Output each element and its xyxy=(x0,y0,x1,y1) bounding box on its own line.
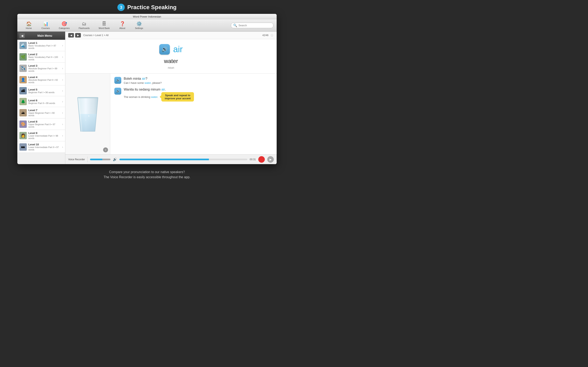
nav-items: 🏠 Home 📊 Courses 🎯 Categories 🗂 Flashcar… xyxy=(21,20,231,30)
speaker-small-icon-2: 🔊 xyxy=(116,90,120,93)
settings-icon: ⚙️ xyxy=(136,21,142,26)
sidebar-item-level9[interactable]: 👩 Level 9 Lower Intermediate Part I • 98… xyxy=(17,130,65,141)
sidebar-list: 🌊 Level 1 Basic Vocabulary Part I • 87 w… xyxy=(17,40,65,164)
flashcards-icon: 🗂 xyxy=(82,21,86,26)
sidebar-item-level2[interactable]: 🌿 Level 2 Basic Vocabulary Part II • 100… xyxy=(17,51,65,63)
glass-image xyxy=(70,95,105,133)
page-title: Practice Speaking xyxy=(127,4,176,11)
footer-line1: Compare your pronunciation to our native… xyxy=(0,169,294,175)
top-header: 3 Practice Speaking xyxy=(0,0,294,14)
sidebar-item-level1[interactable]: 🌊 Level 1 Basic Vocabulary Part I • 87 w… xyxy=(17,40,65,51)
chevron-right-icon: › xyxy=(62,123,63,126)
waveform-right xyxy=(120,159,247,160)
chevron-right-icon: › xyxy=(62,55,63,58)
card-count: 42/46 xyxy=(262,34,268,37)
sentences-panel: 🔊 Boleh minta air? Can I have some water… xyxy=(110,74,277,154)
sentence2-speaker-button[interactable]: 🔊 xyxy=(114,88,121,95)
level4-thumb: 👤 xyxy=(19,76,27,83)
chevron-right-icon: › xyxy=(62,100,63,103)
sidebar-item-level7[interactable]: ⛰ Level 7 Upper Beginner Part I • 90 wor… xyxy=(17,107,65,118)
sentence1-speaker-button[interactable]: 🔊 xyxy=(114,77,121,84)
courses-icon: 📊 xyxy=(43,21,48,26)
chevron-right-icon: › xyxy=(62,134,63,137)
nav-categories[interactable]: 🎯 Categories xyxy=(54,20,74,30)
chevron-right-icon: › xyxy=(62,89,63,92)
level3-thumb: ✈️ xyxy=(19,65,27,72)
tooltip-speak-repeat: Speak and repeat to improve your accent xyxy=(161,92,194,101)
play-button[interactable]: ▶ xyxy=(267,156,274,163)
chevron-right-icon: › xyxy=(62,78,63,81)
search-box[interactable]: 🔍 xyxy=(231,23,273,28)
word-english: water xyxy=(164,58,178,64)
panel-header: ◀ ▶ Courses > Level 1 > All 42/46 ☆ xyxy=(65,32,277,39)
title-bar: Word Power Indonesian xyxy=(17,14,277,19)
example-area: + 🔊 Boleh minta air? Can I ha xyxy=(65,74,277,154)
favorite-button[interactable]: ☆ xyxy=(270,33,274,38)
image-box: + xyxy=(65,74,110,154)
time-label: 00:31 xyxy=(250,158,256,161)
back-button[interactable]: ◀ xyxy=(19,33,25,38)
recorder-bar: Voice Recorder 🔊 00:31 ▶ xyxy=(65,154,277,164)
sidebar-header: ◀ Main Menu xyxy=(17,32,65,40)
about-icon: ❓ xyxy=(120,21,125,26)
search-icon: 🔍 xyxy=(233,24,237,27)
sidebar-item-level5[interactable]: 🏙 Level 5 Beginner Part I • 96 words › xyxy=(17,85,65,96)
nav-about[interactable]: ❓ About xyxy=(114,20,130,30)
sidebar-item-level3[interactable]: ✈️ Level 3 Absolute Beginner Part I • 89… xyxy=(17,63,65,74)
sidebar-item-level4[interactable]: 👤 Level 4 Absolute Beginner Part II • 82… xyxy=(17,74,65,85)
chevron-right-icon: › xyxy=(62,67,63,70)
level8-thumb: 🎨 xyxy=(19,120,27,128)
step-badge: 3 xyxy=(117,4,125,11)
chevron-right-icon: › xyxy=(62,145,63,149)
nav-settings[interactable]: ⚙️ Settings xyxy=(130,20,148,30)
glass-svg xyxy=(71,94,104,134)
home-icon: 🏠 xyxy=(26,21,32,26)
level10-thumb: 🏘 xyxy=(19,143,27,151)
record-button[interactable] xyxy=(258,156,265,163)
bottom-caption: Compare your pronunciation to our native… xyxy=(0,169,294,180)
word-row: 🔊 air xyxy=(159,44,183,55)
sentence-2: 🔊 Wanita itu sedang minum air. The woman… xyxy=(114,88,273,101)
chevron-right-icon: › xyxy=(62,111,63,114)
wordbank-icon: 🗄 xyxy=(102,21,106,26)
sidebar-item-level6[interactable]: 🌲 Level 6 Beginner Part II • 99 words › xyxy=(17,96,65,107)
prev-button[interactable]: ◀ xyxy=(68,33,74,38)
next-button[interactable]: ▶ xyxy=(75,33,81,38)
sentence1-indonesian: Boleh minta air? xyxy=(124,77,273,81)
level2-thumb: 🌿 xyxy=(19,53,27,60)
speaker-icon: 🔊 xyxy=(162,47,168,52)
level9-thumb: 👩 xyxy=(19,132,27,139)
zoom-button[interactable]: + xyxy=(103,147,108,152)
app-window: Word Power Indonesian 🏠 Home 📊 Courses 🎯… xyxy=(17,14,277,164)
waveform-left xyxy=(90,159,111,160)
level1-thumb: 🌊 xyxy=(19,42,27,49)
level6-thumb: 🌲 xyxy=(19,98,27,105)
word-card: 🔊 air water noun xyxy=(65,39,277,74)
sentence-1: 🔊 Boleh minta air? Can I have some water… xyxy=(114,77,273,84)
sentence1-english: Can I have some water, please? xyxy=(124,81,273,84)
nav-home[interactable]: 🏠 Home xyxy=(21,20,37,30)
nav-arrows: ◀ ▶ xyxy=(68,33,81,38)
nav-bar: 🏠 Home 📊 Courses 🎯 Categories 🗂 Flashcar… xyxy=(17,19,277,32)
word-pos: noun xyxy=(168,66,174,69)
svg-rect-0 xyxy=(78,97,98,98)
categories-icon: 🎯 xyxy=(61,21,67,26)
word-speaker-button[interactable]: 🔊 xyxy=(159,44,170,55)
footer-line2: The Voice Recorder is easily accessible … xyxy=(0,175,294,180)
main-panel: ◀ ▶ Courses > Level 1 > All 42/46 ☆ 🔊 ai… xyxy=(65,32,277,164)
sentence2-indonesian: Wanita itu sedang minum air. xyxy=(124,88,273,91)
search-input[interactable] xyxy=(238,24,271,27)
level7-thumb: ⛰ xyxy=(19,109,27,117)
nav-flashcards[interactable]: 🗂 Flashcards xyxy=(74,20,94,30)
sidebar-item-level10[interactable]: 🏘 Level 10 Lower Intermediate Part II • … xyxy=(17,141,65,153)
wave-icon: 🔊 xyxy=(113,157,117,161)
content-area: ◀ Main Menu 🌊 Level 1 Basic Vocabulary P… xyxy=(17,32,277,164)
sidebar-item-level8[interactable]: 🎨 Level 8 Upper Beginner Part II • 97 wo… xyxy=(17,118,65,130)
svg-point-2 xyxy=(85,120,86,120)
nav-wordbank[interactable]: 🗄 Word Bank xyxy=(94,20,114,30)
word-indonesian: air xyxy=(173,44,183,54)
svg-point-1 xyxy=(88,115,89,117)
sidebar: ◀ Main Menu 🌊 Level 1 Basic Vocabulary P… xyxy=(17,32,65,164)
nav-courses[interactable]: 📊 Courses xyxy=(37,20,54,30)
chevron-right-icon: › xyxy=(62,44,63,47)
